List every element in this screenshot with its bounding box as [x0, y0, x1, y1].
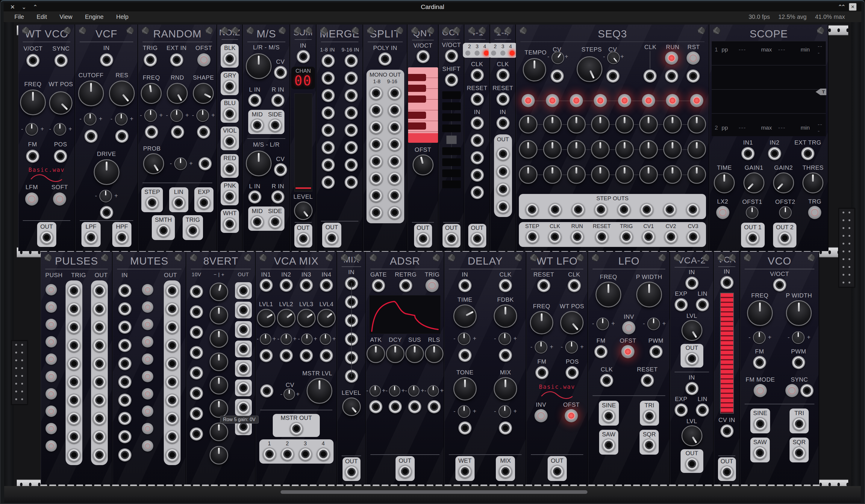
reset-jack[interactable]	[641, 374, 654, 387]
step-out-jack[interactable]	[594, 203, 608, 216]
pwidth-knob[interactable]	[786, 300, 812, 326]
atk-cv-jack[interactable]	[369, 400, 382, 413]
step-button[interactable]	[594, 94, 607, 107]
pwidth-knob[interactable]	[636, 282, 662, 307]
horizontal-scrollbar[interactable]	[280, 490, 587, 494]
trig-jack[interactable]	[67, 284, 81, 297]
freq-knob[interactable]	[20, 90, 46, 115]
pwm-jack[interactable]	[649, 345, 662, 358]
split-out-jack[interactable]	[369, 172, 383, 185]
in-jack[interactable]	[345, 370, 358, 383]
mix-trim[interactable]	[498, 405, 511, 418]
clk-jack[interactable]	[471, 69, 484, 82]
out-jack[interactable]	[445, 232, 458, 245]
merge-in-jack[interactable]	[322, 158, 335, 172]
pwm-trim[interactable]	[792, 331, 805, 344]
blk-out-jack[interactable]	[223, 52, 236, 65]
seq-knob[interactable]	[591, 115, 610, 133]
ofst-button[interactable]	[197, 53, 210, 67]
mid-out2-jack[interactable]	[251, 215, 264, 228]
lvl-knob[interactable]	[681, 320, 702, 341]
out-jack[interactable]	[165, 320, 179, 334]
trig-jack[interactable]	[67, 339, 81, 352]
step-out-jack[interactable]	[618, 203, 631, 216]
freq-knob[interactable]	[747, 300, 773, 326]
clk-jack[interactable]	[568, 279, 581, 292]
trig-jack[interactable]	[144, 53, 157, 67]
reset-jack[interactable]	[471, 93, 484, 106]
trig-jack[interactable]	[67, 430, 81, 443]
mute-button[interactable]	[142, 284, 153, 295]
merge-in-jack[interactable]	[345, 89, 358, 102]
lr-ms-cv-jack[interactable]	[274, 66, 287, 79]
push-button[interactable]	[46, 406, 57, 417]
level-knob[interactable]	[342, 397, 361, 416]
seq-knob[interactable]	[688, 165, 706, 184]
cv3-trim[interactable]	[301, 333, 313, 345]
mix-cv-jack[interactable]	[499, 421, 512, 435]
drive-knob[interactable]	[94, 159, 119, 185]
cv3-jack[interactable]	[300, 349, 313, 362]
out-jack[interactable]	[165, 284, 179, 297]
tri-out-jack[interactable]	[643, 409, 656, 423]
step-button[interactable]	[642, 94, 655, 107]
rst-button[interactable]	[687, 51, 700, 65]
exp-jack[interactable]	[674, 298, 688, 311]
in-jack[interactable]	[471, 116, 484, 130]
lvl1-knob[interactable]	[257, 309, 275, 327]
ofst-button[interactable]	[621, 345, 634, 358]
thres-knob[interactable]	[803, 172, 823, 194]
voct-jack[interactable]	[445, 49, 458, 62]
pos-jack[interactable]	[54, 150, 67, 163]
push-button[interactable]	[46, 353, 57, 365]
shape-knob[interactable]	[193, 83, 214, 104]
input-jack[interactable]	[471, 186, 484, 199]
saw-out-jack[interactable]	[602, 438, 615, 452]
rls-cv-jack[interactable]	[428, 400, 441, 413]
tone-cv-jack[interactable]	[458, 421, 472, 435]
hpf-out-jack[interactable]	[115, 231, 128, 244]
seq-knob[interactable]	[663, 140, 682, 159]
ms-lr-knob[interactable]	[246, 151, 272, 176]
shift-jack[interactable]	[445, 73, 458, 86]
step-out-jack[interactable]	[686, 203, 700, 216]
clk-jack[interactable]	[499, 279, 512, 292]
out-jack[interactable]	[685, 352, 699, 365]
sync-jack[interactable]	[55, 54, 68, 67]
merge-in-jack[interactable]	[322, 124, 335, 137]
out-jack[interactable]	[471, 232, 484, 245]
out-jack[interactable]	[237, 304, 250, 317]
cv1-trim[interactable]	[260, 333, 271, 345]
sus-cv-jack[interactable]	[408, 400, 421, 413]
in-jack[interactable]	[685, 277, 699, 290]
in-jack[interactable]	[190, 326, 203, 339]
lr-ms-knob[interactable]	[246, 53, 272, 79]
in2-jack[interactable]	[768, 147, 781, 160]
seq-knob[interactable]	[639, 115, 658, 133]
step-out-jack[interactable]	[663, 203, 676, 216]
menu-engine[interactable]: Engine	[85, 13, 104, 20]
octave-selector[interactable]	[442, 91, 461, 188]
seq-knob[interactable]	[688, 140, 706, 159]
rls-knob[interactable]	[425, 344, 443, 363]
out-jack[interactable]	[93, 394, 106, 407]
merge-in-jack[interactable]	[345, 158, 358, 172]
merge-in-jack[interactable]	[345, 141, 358, 154]
mute-button[interactable]	[142, 319, 153, 330]
steps-cv-trim[interactable]	[607, 51, 620, 64]
out-jack[interactable]	[237, 381, 250, 395]
cv1-out-jack[interactable]	[642, 230, 655, 243]
gain1-knob[interactable]	[743, 172, 764, 194]
gain-knob[interactable]	[210, 399, 228, 418]
red-out-jack[interactable]	[223, 162, 236, 175]
merge-in-jack[interactable]	[322, 54, 335, 67]
in1-jack[interactable]	[260, 279, 273, 292]
pos-trim[interactable]	[565, 341, 578, 353]
l-in2-jack[interactable]	[248, 190, 261, 203]
cutoff-cv-jack[interactable]	[84, 130, 97, 143]
in-jack[interactable]	[190, 407, 203, 420]
sus-trim[interactable]	[408, 385, 419, 397]
out-jack[interactable]	[496, 183, 510, 196]
seq-knob[interactable]	[663, 165, 682, 184]
push-button[interactable]	[46, 319, 57, 330]
